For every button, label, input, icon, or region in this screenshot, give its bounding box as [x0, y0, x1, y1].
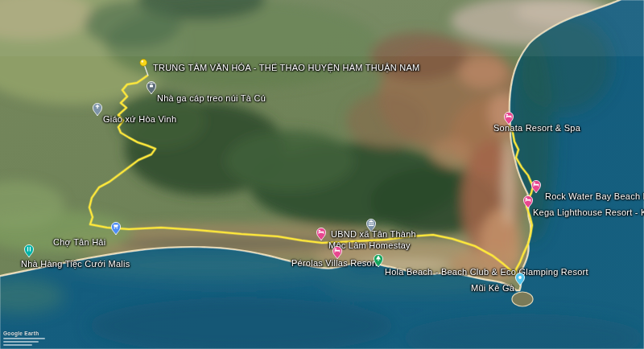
labels-layer: TRUNG TÂM VĂN HÓA - THỂ THAO HUYỆN HÀM T… — [0, 0, 644, 349]
map-label-hola-beach-beach-club[interactable]: Hola Beach - Beach Club & Eco Glamping R… — [385, 267, 588, 277]
attribution-line — [3, 341, 39, 343]
map-label-mui-ke-ga[interactable]: Mũi Kê Gà — [471, 283, 514, 293]
map-pin-nha-hang-tiec-cuoi-malis[interactable] — [19, 237, 39, 258]
map-label-sonata-resort-spa[interactable]: Sonata Resort & Spa — [493, 123, 580, 133]
map-pin-nha-ga-cap-treo-nui-ta-cu[interactable] — [141, 74, 162, 95]
map-label-nha-hang-tiec-cuoi-malis[interactable]: Nhà Hàng Tiệc Cưới Malis — [21, 259, 130, 269]
map-pin-hola-beach-beach-club[interactable] — [368, 247, 389, 268]
map-label-giao-xu-hoa-vinh[interactable]: Giáo xứ Hòa Vinh — [103, 114, 176, 124]
map-label-cho-tan-hai[interactable]: Chợ Tân Hải — [53, 237, 105, 247]
attribution-line — [3, 344, 32, 346]
google-earth-viewport[interactable]: TRUNG TÂM VĂN HÓA - THỂ THAO HUYỆN HÀM T… — [0, 0, 644, 349]
map-label-nha-ga-cap-treo-nui-ta-cu[interactable]: Nhà ga cáp treo núi Tà Cú — [157, 93, 266, 103]
google-earth-logo: Google Earth — [3, 331, 45, 336]
map-pin-cho-tan-hai[interactable] — [105, 215, 126, 236]
map-label-kega-lighthouse-resort[interactable]: Kega Lighthouse Resort - Kê Gà — [533, 207, 644, 217]
map-pin-kega-lighthouse-resort[interactable] — [518, 188, 539, 209]
attribution-line — [3, 338, 45, 339]
map-label-ubnd-xa-tan-thanh[interactable]: UBND xã Tân Thành — [331, 229, 416, 239]
map-label-perolas-villas-resort[interactable]: Pérolas Villas Resort — [291, 258, 378, 268]
google-earth-watermark: Google Earth — [3, 331, 45, 346]
map-label-trung-tam-van-hoa[interactable]: TRUNG TÂM VĂN HÓA - THỂ THAO HUYỆN HÀM T… — [153, 63, 419, 72]
map-label-rock-water-bay-beach-resort[interactable]: Rock Water Bay Beach Resort — [545, 191, 644, 201]
map-pin-perolas-villas-resort[interactable] — [327, 239, 348, 260]
